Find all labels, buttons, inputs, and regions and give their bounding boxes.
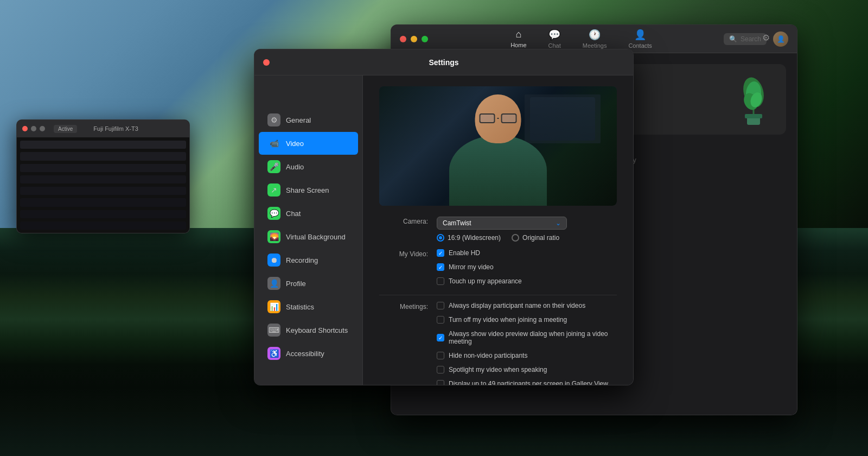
my-video-controls: ✓ Enable HD ✓ Mirror my video Touch up m… [437,249,617,287]
sidebar-item-statistics[interactable]: 📊 Statistics [259,295,358,318]
checkbox-hide-non-video-indicator [437,352,444,359]
nav-chat-label: Chat [548,42,561,49]
checkbox-touch-up[interactable]: Touch up my appearance [437,277,617,285]
chat-sidebar-icon: 💬 [267,207,280,220]
meetings-icon: 🕐 [589,29,601,41]
checkbox-spotlight[interactable]: Spotlight my video when speaking [437,366,617,373]
settings-title: Settings [429,58,458,67]
checkbox-show-name-indicator [437,302,444,309]
checkbox-turn-off-label: Turn off my video when joining a meeting [449,316,567,324]
camera-max-button[interactable] [40,126,45,131]
user-avatar[interactable]: 👤 [773,31,788,47]
checkbox-spotlight-label: Spotlight my video when speaking [449,366,547,373]
checkbox-enable-hd-label: Enable HD [449,249,480,257]
radio-original-indicator [512,234,519,242]
sidebar-item-recording[interactable]: ⏺ Recording [259,249,358,271]
svg-rect-1 [745,114,762,118]
checkbox-mirror[interactable]: ✓ Mirror my video [437,263,617,271]
home-icon: ⌂ [515,29,521,40]
settings-divider [379,295,617,295]
camera-label: Camera: [379,217,428,225]
camera-window: Active Fuji Fujifilm X-T3 [16,119,190,233]
search-bar[interactable]: 🔍 Search [724,33,767,45]
profile-icon: 👤 [267,277,280,290]
nav-chat[interactable]: 💬 Chat [538,26,572,52]
sidebar-item-accessibility[interactable]: ♿ Accessibility [259,342,358,365]
sidebar-label-virtual-bg: Virtual Background [286,233,346,241]
active-badge: Active [54,125,77,133]
sidebar-label-chat: Chat [286,210,301,218]
avatar-icon: 👤 [777,35,785,43]
aspect-ratio-group: 16:9 (Widescreen) Original ratio [437,234,617,242]
camera-controls: CamTwist ⌄ 16:9 (Widescreen) Original ra… [437,217,617,242]
window-maximize-button[interactable] [422,36,428,42]
sidebar-item-general[interactable]: ⚙ General [259,109,358,131]
checkbox-hide-non-video[interactable]: Hide non-video participants [437,352,617,359]
sidebar-item-audio[interactable]: 🎤 Audio [259,155,358,178]
audio-icon: 🎤 [267,160,280,173]
traffic-lights [400,36,428,42]
checkbox-show-preview[interactable]: ✓ Always show video preview dialog when … [437,330,617,345]
video-icon: 📹 [267,137,280,150]
my-video-row: My Video: ✓ Enable HD ✓ Mirror my video … [379,249,617,287]
checkbox-mirror-indicator: ✓ [437,263,444,271]
sidebar-label-recording: Recording [286,256,318,264]
radio-16-9[interactable]: 16:9 (Widescreen) [437,234,501,242]
window-minimize-button[interactable] [411,36,417,42]
nav-meetings[interactable]: 🕐 Meetings [572,26,618,52]
sidebar-item-chat[interactable]: 💬 Chat [259,202,358,225]
checkbox-show-preview-label: Always show video preview dialog when jo… [449,330,617,345]
nav-home[interactable]: ⌂ Home [500,26,537,52]
camera-select[interactable]: CamTwist ⌄ [437,217,567,230]
settings-sidebar: ⚙ General 📹 Video 🎤 Audio ↗ Share Screen… [254,75,363,385]
zoom-navigation: ⌂ Home 💬 Chat 🕐 Meetings 👤 Contacts [439,26,724,52]
checkbox-turn-off-indicator [437,316,444,324]
checkbox-show-name[interactable]: Always display participant name on their… [437,302,617,309]
settings-gear-icon[interactable]: ⚙ [762,33,770,43]
sidebar-label-accessibility: Accessibility [286,350,324,358]
virtual-bg-icon: 🌄 [267,230,280,243]
recording-icon: ⏺ [267,254,280,267]
sidebar-item-video[interactable]: 📹 Video [259,132,358,155]
settings-content: Camera: CamTwist ⌄ 16:9 (Widescreen) [363,75,633,385]
camera-close-button[interactable] [22,126,28,131]
keyboard-icon: ⌨ [267,324,280,337]
chat-icon: 💬 [548,29,560,41]
camera-window-title: Fuji Fujifilm X-T3 [80,125,151,132]
checkbox-gallery-49[interactable]: Display up to 49 participants per screen… [437,380,617,385]
contacts-icon: 👤 [634,29,646,41]
general-icon: ⚙ [267,113,280,126]
sidebar-label-video: Video [286,140,304,148]
settings-body: ⚙ General 📹 Video 🎤 Audio ↗ Share Screen… [254,75,633,385]
radio-original[interactable]: Original ratio [512,234,559,242]
sidebar-item-virtual-bg[interactable]: 🌄 Virtual Background [259,225,358,248]
video-preview [379,86,617,206]
meetings-label: Meetings: [379,302,428,311]
nav-meetings-label: Meetings [583,42,607,49]
sidebar-item-share-screen[interactable]: ↗ Share Screen [259,179,358,201]
camera-row: Camera: CamTwist ⌄ 16:9 (Widescreen) [379,217,617,242]
checkbox-enable-hd-indicator: ✓ [437,249,444,257]
sidebar-label-keyboard: Keyboard Shortcuts [286,326,348,334]
window-close-button[interactable] [400,36,406,42]
checkbox-show-preview-indicator: ✓ [437,334,444,341]
checkbox-gallery-49-indicator [437,380,444,385]
video-feed [379,86,617,206]
checkbox-gallery-49-label: Display up to 49 participants per screen… [449,380,608,385]
checkbox-turn-off[interactable]: Turn off my video when joining a meeting [437,316,617,324]
settings-window: Settings ⚙ General 📹 Video 🎤 Audio ↗ Sha… [254,49,634,385]
sidebar-label-share-screen: Share Screen [286,186,329,194]
nav-contacts[interactable]: 👤 Contacts [617,26,662,52]
sidebar-item-profile[interactable]: 👤 Profile [259,272,358,295]
meetings-controls: Always display participant name on their… [437,302,617,385]
camera-min-button[interactable] [31,126,36,131]
checkbox-enable-hd[interactable]: ✓ Enable HD [437,249,617,257]
nav-contacts-label: Contacts [628,42,652,49]
sidebar-item-keyboard[interactable]: ⌨ Keyboard Shortcuts [259,319,358,341]
radio-16-9-label: 16:9 (Widescreen) [448,234,501,242]
checkbox-touch-up-indicator [437,277,444,285]
checkbox-spotlight-indicator [437,366,444,373]
checkbox-hide-non-video-label: Hide non-video participants [449,352,527,359]
radio-original-label: Original ratio [522,234,559,242]
settings-close-button[interactable] [263,59,270,66]
